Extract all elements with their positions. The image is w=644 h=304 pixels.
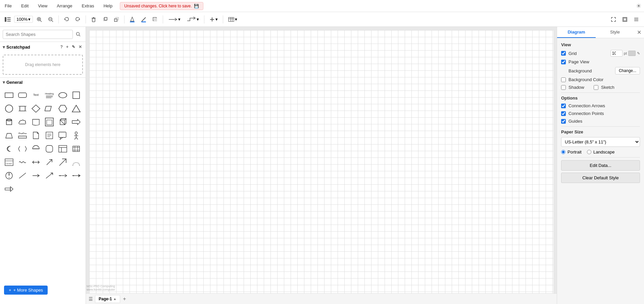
shape-moon[interactable] [3,142,15,155]
sketch-checkbox[interactable] [594,85,598,90]
connection-points-checkbox[interactable] [561,111,566,116]
background-change-button[interactable]: Change... [615,67,640,74]
shape-hexagon[interactable] [56,102,69,115]
shape-process[interactable] [16,102,29,115]
shape-list[interactable]: List item [3,156,15,169]
sidebar-toggle-button[interactable] [3,14,13,24]
shape-dotted-arc[interactable] [70,156,83,169]
landscape-option[interactable]: Landscape [587,149,615,155]
shape-square[interactable] [70,89,83,102]
shape-arrow-up-right[interactable] [56,156,69,169]
tab-diagram[interactable]: Diagram [557,27,596,38]
shape-double-arrow[interactable] [30,156,42,169]
fill-color-button[interactable] [127,14,137,24]
shape-cylinder[interactable] [3,116,15,128]
shape-filmstrip[interactable] [70,142,83,155]
portrait-option[interactable]: Portrait [561,149,582,155]
grid-color-edit-icon[interactable]: ✎ [637,51,640,56]
scratchpad-header[interactable]: ▾ Scratchpad ? + ✎ ✕ [0,42,86,52]
scratchpad-help-button[interactable]: ? [59,44,64,50]
shape-bracket-left[interactable] [16,142,29,155]
scratchpad-add-button[interactable]: + [65,44,69,50]
unsaved-save-button[interactable]: Unsaved changes. Click here to save. 💾 [120,2,203,10]
menu-extras[interactable]: Extras [80,2,96,10]
paper-size-select[interactable]: US-Letter (8,5" x 11") A4 (210 x 297 mm)… [561,137,640,147]
shadow-button[interactable] [150,14,160,24]
add-page-button[interactable]: + [121,295,128,303]
grid-pt-input[interactable] [610,50,623,57]
general-header[interactable]: ▾ General [0,78,86,87]
edit-data-button[interactable]: Edit Data... [561,160,640,171]
table-dropdown[interactable]: ▾ [226,16,240,23]
shape-rectangle-small[interactable] [3,89,15,102]
to-front-button[interactable] [100,14,110,24]
search-button[interactable] [73,29,83,39]
scratchpad-close-button[interactable]: ✕ [78,44,83,50]
menu-arrange[interactable]: Arrange [55,2,74,10]
shape-document[interactable] [30,116,42,128]
shape-trapezoid[interactable] [3,129,15,142]
background-color-checkbox[interactable] [561,77,566,82]
shape-line2[interactable] [30,169,42,182]
shape-wave[interactable] [16,129,29,142]
shadow-checkbox[interactable] [561,85,566,90]
shape-person[interactable] [70,129,83,142]
zoom-in-button[interactable] [34,14,44,24]
shape-ellipse[interactable] [56,89,69,102]
zoom-out-button[interactable] [46,14,56,24]
menu-view[interactable]: View [36,2,49,10]
shape-circle[interactable] [3,102,15,115]
shape-arrow-right[interactable] [70,116,83,128]
connection-arrows-checkbox[interactable] [561,104,566,108]
connection-style-dropdown[interactable]: ▾ [166,16,183,23]
panel-close-button[interactable]: ✕ [634,27,644,38]
line-color-button[interactable] [139,14,149,24]
menu-help[interactable]: Help [101,2,114,10]
page-menu-button[interactable]: ☰ [87,296,94,302]
grid-checkbox[interactable] [561,51,566,56]
clear-default-style-button[interactable]: Clear Default Style [561,173,640,183]
shape-diamond[interactable] [30,102,42,115]
tab-style[interactable]: Style [596,27,634,38]
page-canvas[interactable] [89,30,553,297]
to-back-button[interactable] [111,14,121,24]
fit-page-button[interactable] [620,14,630,24]
shape-rounded-square[interactable] [43,142,56,155]
menu-file[interactable]: File [3,2,14,10]
portrait-radio[interactable] [561,150,565,154]
page-view-checkbox[interactable] [561,60,566,64]
scratchpad-drop-zone[interactable]: Drag elements here [3,55,83,75]
landscape-radio[interactable] [587,150,591,154]
menu-edit[interactable]: Edit [19,2,31,10]
shape-line3[interactable] [43,169,56,182]
scratchpad-edit-button[interactable]: ✎ [71,44,76,50]
redo-button[interactable] [73,14,83,24]
guides-checkbox[interactable] [561,119,566,124]
undo-button[interactable] [61,14,71,24]
waypoint-style-dropdown[interactable]: ▾ [184,16,201,23]
shape-dash-double-arrow[interactable] [70,169,83,182]
shape-3d-box[interactable] [56,116,69,128]
shape-table-container[interactable] [56,142,69,155]
shape-line[interactable] [16,169,29,182]
shape-text[interactable]: Text [30,89,42,102]
search-input[interactable] [3,30,73,39]
fullscreen-button[interactable] [608,14,618,24]
shape-note2[interactable] [43,129,56,142]
shape-frame[interactable] [43,116,56,128]
zoom-selector[interactable]: 100% ▾ [14,16,33,23]
shape-page[interactable] [30,129,42,142]
shape-half-circle[interactable] [30,142,42,155]
more-shapes-button[interactable]: + + More Shapes [4,286,48,295]
page-tab-1[interactable]: Page-1 ▲ [95,295,120,303]
shape-dash-arrow[interactable] [56,169,69,182]
shape-callout[interactable] [56,129,69,142]
shape-squiggle[interactable] [16,156,29,169]
shape-triangle[interactable] [70,102,83,115]
shape-block-arrow[interactable] [3,183,15,195]
shape-rectangle-rounded[interactable] [16,89,29,102]
more-options-button[interactable] [631,14,641,24]
shape-parallelogram[interactable] [43,102,56,115]
shape-diagonal-arrow[interactable] [43,156,56,169]
shape-compass[interactable] [3,169,15,182]
